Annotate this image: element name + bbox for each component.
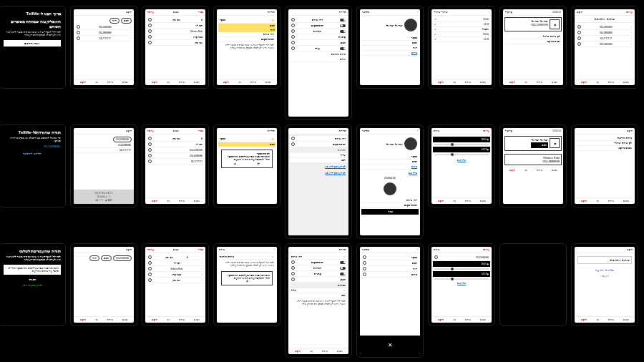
phone-message: חיפוששיחות אחרונותשלחו לי הודעהלא עכשיוא… bbox=[571, 243, 638, 326]
modal: חסימת מספרהאם אתה בטוח שברצונך לחסום את … bbox=[221, 150, 273, 168]
phone-sliders: עריכהשיחות052-9999999▶ 09:45▶ 14:23שלח ש… bbox=[428, 243, 495, 326]
phone-profile-card: 05/04/14פרופיל◉ישראל ישראלי052-9999999לפ… bbox=[499, 6, 567, 89]
phone-toggles-2: הגדרות✓זיהוי שיחותחסימת ספאםהתראותפרטיות… bbox=[285, 243, 352, 358]
phone-modal-confirm: הגדרות★מספרחסוםחסימת מספרהאם אתה בטוח שב… bbox=[213, 124, 280, 207]
thanks-title: תודה שהורדת/ל-TellMe bbox=[4, 129, 61, 134]
phone-profile-edit: ‹מתקשרישראל ישראלימספרחסוםמיקוםשלח שוב05… bbox=[356, 124, 424, 239]
phone-keyboard: חיפוש052-9999999054-888888803-77777771 2… bbox=[70, 124, 137, 207]
close-icon[interactable]: ✕ bbox=[385, 340, 395, 350]
phone-contacts-az: שמוראנשיםעריכהAאבי כהןדנה לויShlomo Rubi… bbox=[142, 6, 209, 89]
message-title: שלחו לי הודעה bbox=[576, 265, 633, 275]
tooltip: חסום bbox=[531, 142, 548, 148]
phone-settings-toggles: הגדרותזיהוי שיחותחסימת ספאםהתראותפרטיותח… bbox=[285, 6, 352, 120]
phone-contacts-2: שמוראנשיםעריכהAאבי כהןדנה לוי052-9999999… bbox=[142, 124, 209, 207]
back-icon[interactable]: ‹ bbox=[489, 11, 489, 14]
phone-joined: תודה שהצטרפת לטלמילמה לך? לאפליקציה אין … bbox=[0, 243, 66, 326]
phone-quick-actions: חיפושחסוםדווח‹052-9999999‹054-8888888‹03… bbox=[70, 6, 137, 89]
toggle[interactable] bbox=[340, 19, 346, 21]
avatar-placeholder: ◉ bbox=[550, 19, 560, 29]
welcome-title: ברוך הבא ל-TellMe bbox=[4, 11, 61, 16]
slider[interactable] bbox=[434, 144, 489, 145]
phone-close-x: ‹מתקשרמספרחסוםדווחמיקום✕ bbox=[356, 243, 424, 358]
phone-call-log: ‹ישראל ישראלי09:45↗14:23↙אתמול↗09:45↙14:… bbox=[428, 6, 495, 89]
phone-settings-full: הגדרותזיהוי שיחותחסימת ספאםהתראותצלילרטט… bbox=[285, 124, 352, 239]
wireframe-grid: עריכהחיפוששיחות אחרונות‹052-9999999‹054-… bbox=[0, 0, 644, 362]
phone-profile-avatar: ‹מתקשרישראל ישראלימספרחסוםדווחמיקום bbox=[356, 6, 424, 89]
confirm-button[interactable]: אשר והירשם bbox=[4, 40, 61, 47]
phone-contacts-3: שמוראנשיםעריכה‹Aאבי כהן‹דנה לוי‹Shlomo R… bbox=[142, 243, 209, 326]
phone-search-list: עריכהחיפוששיחות אחרונות‹052-9999999‹054-… bbox=[571, 6, 638, 89]
phone-check-list: ‹שיחות✓שיחות אחרונותלמה לך? לאפליקציה אי… bbox=[213, 243, 280, 326]
phone-starred: הגדרות★מספרחסוםדווחזיהוי שיחותחסימת ספאם… bbox=[213, 6, 280, 89]
avatar bbox=[404, 19, 417, 31]
phone-help-pills: חיפוש052-9999999חסוםדווחאנשיםשיחותאניחיפ… bbox=[70, 243, 137, 326]
phone-player: עריכהשיחות▶ 09:45▶ 14:23שלח שובאנשיםשיחו… bbox=[428, 124, 495, 207]
phone-empty bbox=[499, 243, 567, 326]
pill-button[interactable]: חסום bbox=[121, 18, 132, 24]
phone-empty-search: חיפוששיחות אחרונותלפי שיחות ישראליאנשים … bbox=[571, 124, 638, 207]
star-icon: ★ bbox=[271, 18, 274, 22]
list-item[interactable]: ‹052-9999999 bbox=[576, 24, 633, 30]
phone-profile-popup: 05/04/14פרופיל◉ישראל ישראליחסוםShlomo Ru… bbox=[499, 124, 567, 207]
phone-welcome: ברוך הבא ל-TellMeהאפליקציה שמזהה מספרים … bbox=[0, 6, 66, 89]
profile-box[interactable]: ◉ישראל ישראלי052-9999999 bbox=[504, 17, 562, 31]
phone-thanks: תודה שהורדת/ל-TellMeכדי שתוכל להשתמש בשי… bbox=[0, 124, 66, 207]
keyboard[interactable]: 1 2 3 4 5 6 7 8 9 0- / : ; ( ) ₪ & @ "AB… bbox=[74, 190, 134, 204]
